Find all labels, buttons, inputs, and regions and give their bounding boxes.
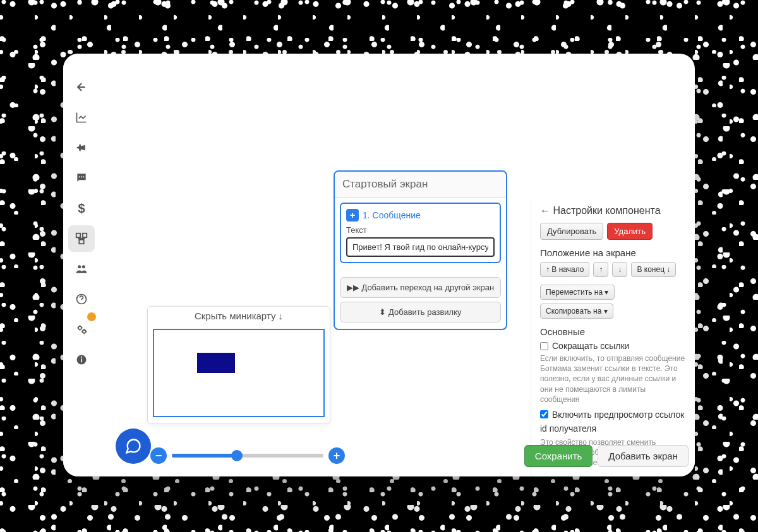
chart-icon: [75, 111, 88, 124]
zoom-slider[interactable]: [172, 454, 323, 458]
zoom-out-button[interactable]: −: [150, 447, 167, 464]
component-header: + 1. Сообщение: [346, 209, 495, 222]
sidebar-messages[interactable]: [68, 165, 95, 191]
svg-rect-3: [76, 233, 80, 237]
sidebar-back[interactable]: [68, 74, 95, 100]
delete-button[interactable]: Удалить: [607, 223, 653, 240]
shorten-links-row[interactable]: Сокращать ссылки: [540, 341, 686, 351]
megaphone-icon: [75, 141, 88, 154]
add-fork-button[interactable]: ⬍ Добавить развилку: [340, 302, 501, 322]
sidebar-users[interactable]: [68, 256, 95, 282]
component-message[interactable]: + 1. Сообщение Текст: [340, 203, 501, 263]
sidebar-help[interactable]: [68, 286, 95, 312]
preview-links-row[interactable]: Включить предпросмотр ссылок: [540, 410, 686, 420]
users-icon: [75, 263, 88, 275]
save-button[interactable]: Сохранить: [524, 445, 593, 467]
help-icon: [75, 293, 88, 305]
component-title-text: 1. Сообщение: [363, 210, 421, 220]
add-transition-button[interactable]: ▶▶ Добавить переход на другой экран: [340, 277, 501, 298]
sidebar-broadcast[interactable]: [68, 134, 95, 161]
dollar-icon: $: [78, 201, 85, 216]
zoom-fill: [172, 454, 237, 458]
svg-point-1: [81, 176, 82, 177]
minimap-screen-rect: [197, 353, 235, 373]
screen-card[interactable]: Стартовый экран + 1. Сообщение Текст ▶▶ …: [334, 170, 507, 330]
sidebar-analytics[interactable]: [68, 104, 95, 131]
svg-point-6: [78, 265, 81, 268]
settings-title[interactable]: ← Настройки компонента: [540, 205, 686, 216]
app-window: $ Стартовый экран + 1. Сообщение: [63, 54, 695, 476]
minimap-view[interactable]: [153, 329, 325, 417]
zoom-thumb[interactable]: [231, 450, 243, 461]
notification-dot: [87, 312, 96, 321]
sidebar: $: [63, 54, 100, 476]
svg-rect-5: [79, 240, 83, 244]
position-section-title: Положение на экране: [540, 247, 686, 258]
sidebar-settings[interactable]: [68, 316, 95, 343]
plus-badge-icon[interactable]: +: [346, 209, 359, 222]
svg-point-7: [82, 265, 85, 268]
back-arrow-icon: [75, 81, 88, 93]
message-text-input[interactable]: [346, 237, 495, 257]
minimap-toggle[interactable]: Скрыть миникарту ↓: [148, 307, 330, 325]
move-up-button[interactable]: ↑: [593, 262, 608, 277]
sidebar-payments[interactable]: $: [68, 195, 95, 222]
settings-icon: [75, 323, 88, 336]
zoom-controls: − +: [150, 447, 345, 464]
svg-rect-12: [81, 358, 82, 362]
chat-icon: [124, 437, 142, 455]
move-to-start-button[interactable]: ↑ В начало: [540, 262, 589, 277]
sidebar-flow[interactable]: [68, 225, 95, 252]
duplicate-button[interactable]: Дублировать: [540, 223, 603, 240]
svg-point-2: [83, 176, 84, 177]
minimap-panel: Скрыть миникарту ↓: [147, 306, 330, 424]
copy-to-dropdown[interactable]: Скопировать на ▾: [540, 304, 613, 319]
screen-title[interactable]: Стартовый экран: [335, 172, 506, 198]
canvas[interactable]: Стартовый экран + 1. Сообщение Текст ▶▶ …: [100, 54, 695, 476]
svg-point-13: [81, 357, 82, 358]
main-section-title: Основные: [540, 326, 686, 337]
svg-point-9: [78, 326, 81, 329]
move-to-end-button[interactable]: В конец ↓: [631, 262, 676, 277]
shorten-links-label: Сокращать ссылки: [552, 341, 629, 351]
speech-icon: [75, 172, 88, 184]
shorten-links-checkbox[interactable]: [540, 342, 548, 350]
recipient-id-title: id получателя: [540, 423, 686, 434]
move-down-button[interactable]: ↓: [612, 262, 627, 277]
text-field-label: Текст: [346, 225, 495, 235]
svg-point-0: [79, 176, 80, 177]
zoom-in-button[interactable]: +: [328, 447, 345, 464]
sidebar-info[interactable]: [68, 346, 95, 373]
move-to-dropdown[interactable]: Переместить на ▾: [540, 285, 615, 300]
settings-panel: ← Настройки компонента Дублировать Удали…: [531, 199, 695, 476]
svg-rect-4: [83, 233, 87, 237]
preview-links-label: Включить предпросмотр ссылок: [552, 410, 684, 420]
flow-icon: [75, 232, 88, 245]
info-icon: [75, 353, 88, 366]
chat-fab[interactable]: [116, 429, 151, 464]
svg-point-10: [83, 330, 86, 333]
preview-links-checkbox[interactable]: [540, 410, 548, 418]
bottom-actions: Сохранить Добавить экран: [524, 445, 689, 467]
shorten-links-desc: Если включить, то отправляя сообщение Бо…: [540, 353, 686, 405]
add-screen-button[interactable]: Добавить экран: [598, 445, 689, 467]
